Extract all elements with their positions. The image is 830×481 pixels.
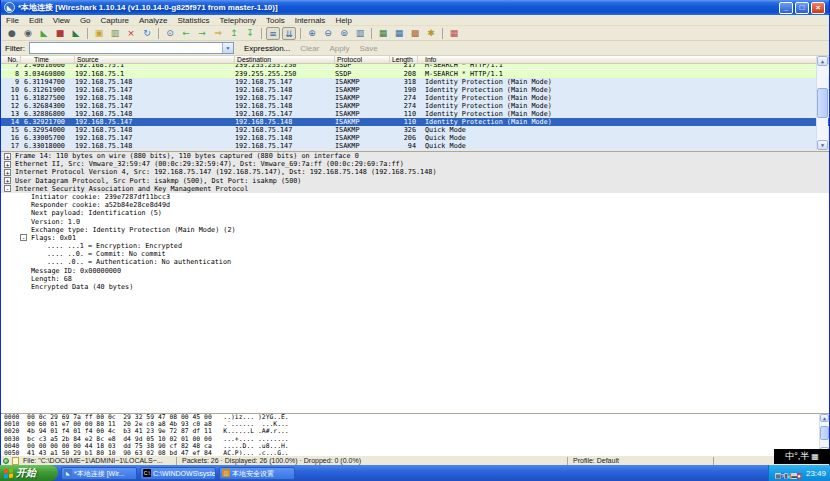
list-interfaces-icon[interactable]: ●	[5, 27, 19, 40]
go-to-packet-icon[interactable]: ⇒	[211, 27, 225, 40]
zoom-in-icon[interactable]: ⊕	[305, 27, 319, 40]
detail-row[interactable]: +User Datagram Protocol, Src Port: isakm…	[1, 177, 829, 185]
go-last-packet-icon[interactable]: ↧	[243, 27, 257, 40]
capture-comment-icon[interactable]	[12, 457, 19, 465]
restore-button[interactable]: □	[795, 2, 809, 14]
column-header-length[interactable]: Length	[390, 56, 418, 64]
capture-options-icon[interactable]: ◉	[21, 27, 35, 40]
menu-edit[interactable]: Edit	[24, 16, 48, 25]
detail-row[interactable]: Responder cookie: a52b84e28ce8d49d	[1, 201, 829, 209]
task-secpol-button[interactable]: ◫本地安全设置	[219, 467, 295, 480]
menu-analyze[interactable]: Analyze	[134, 16, 172, 25]
save-file-icon[interactable]: ▥	[108, 27, 122, 40]
coloring-rules-icon[interactable]: ▩	[408, 27, 422, 40]
start-button[interactable]: 开始	[0, 465, 58, 481]
detail-row[interactable]: Next payload: Identification (5)	[1, 209, 829, 217]
scroll-up-icon[interactable]: ▲	[817, 56, 828, 66]
resize-columns-icon[interactable]: ▥	[353, 27, 367, 40]
packet-row-9[interactable]: 96.31194700192.168.75.148192.168.75.147I…	[1, 78, 829, 86]
packet-row-14[interactable]: 146.32921700192.168.75.147192.168.75.148…	[1, 118, 829, 126]
task-cmd-button[interactable]: C:\C:\WINDOWS\syste...	[140, 467, 216, 480]
detail-row[interactable]: Length: 68	[1, 275, 829, 283]
packet-row-7[interactable]: 72.49010000192.168.75.1239.255.255.250SS…	[1, 64, 829, 69]
expression-button[interactable]: Expression...	[244, 44, 290, 53]
column-header-destination[interactable]: Destination	[235, 56, 335, 64]
minimize-button[interactable]: _	[779, 2, 793, 14]
column-header-source[interactable]: Source	[75, 56, 235, 64]
hex-lines[interactable]: 0000 00 0c 29 69 7a ff 00 0c 29 32 59 47…	[1, 414, 829, 455]
detail-row[interactable]: -Internet Security Association and Key M…	[1, 185, 829, 193]
detail-row[interactable]: .... ...1 = Encryption: Encrypted	[1, 242, 829, 250]
detail-row[interactable]: Message ID: 0x00000000	[1, 267, 829, 275]
packet-row-11[interactable]: 116.31827500192.168.75.148192.168.75.147…	[1, 94, 829, 102]
expand-icon[interactable]: +	[4, 169, 11, 176]
colorize-toggle-icon[interactable]: ≡	[266, 27, 280, 40]
detail-row[interactable]: .... ..0. = Commit: No commit	[1, 250, 829, 258]
packet-row-17[interactable]: 176.33018000192.168.75.148192.168.75.147…	[1, 142, 829, 150]
zoom-out-icon[interactable]: ⊖	[321, 27, 335, 40]
menu-help[interactable]: Help	[330, 16, 356, 25]
find-packet-icon[interactable]: ⊙	[163, 27, 177, 40]
stop-capture-icon[interactable]: ■	[53, 27, 67, 40]
start-capture-icon[interactable]: ◣	[37, 27, 51, 40]
filter-input[interactable]	[30, 43, 221, 53]
expert-info-icon[interactable]	[3, 458, 9, 464]
collapse-icon[interactable]: -	[20, 234, 27, 241]
expand-icon[interactable]: +	[4, 153, 11, 160]
open-file-icon[interactable]: ▣	[92, 27, 106, 40]
column-header-info[interactable]: Info	[418, 56, 829, 64]
ime-keyboard-icon[interactable]: ▦	[811, 449, 819, 464]
detail-row[interactable]: Exchange type: Identity Protection (Main…	[1, 226, 829, 234]
close-file-icon[interactable]: ×	[124, 27, 138, 40]
packet-row-13[interactable]: 136.32886800192.168.75.148192.168.75.147…	[1, 110, 829, 118]
collapse-icon[interactable]: -	[4, 185, 11, 192]
menu-view[interactable]: View	[48, 16, 75, 25]
ime-bar[interactable]: 中°,半 ▦	[774, 449, 830, 464]
autoscroll-toggle-icon[interactable]: ⇊	[282, 27, 296, 40]
help-icon[interactable]: ▦	[447, 27, 461, 40]
go-back-icon[interactable]: ←	[179, 27, 193, 40]
column-header-time[interactable]: Time	[21, 56, 75, 64]
detail-row[interactable]: Initiator cookie: 239e7287df11bcc3	[1, 193, 829, 201]
preferences-icon[interactable]: ✱	[424, 27, 438, 40]
expand-icon[interactable]: +	[4, 177, 11, 184]
scroll-thumb[interactable]	[820, 426, 829, 440]
detail-row[interactable]: Version: 1.0	[1, 218, 829, 226]
filter-dropdown-icon[interactable]: ▼	[222, 43, 233, 53]
go-forward-icon[interactable]: →	[195, 27, 209, 40]
packet-row-16[interactable]: 166.33005700192.168.75.147192.168.75.148…	[1, 134, 829, 142]
packet-row-12[interactable]: 126.32684300192.168.75.147192.168.75.148…	[1, 102, 829, 110]
ime-mode-label[interactable]: 中°,半	[785, 449, 809, 464]
scroll-down-icon[interactable]: ▼	[817, 140, 828, 150]
menu-capture[interactable]: Capture	[96, 16, 134, 25]
zoom-100-icon[interactable]: ⊚	[337, 27, 351, 40]
packet-list-scrollbar[interactable]: ▲ ▼	[816, 56, 828, 150]
restart-capture-icon[interactable]: ◣	[69, 27, 83, 40]
menu-go[interactable]: Go	[75, 16, 96, 25]
column-header-protocol[interactable]: Protocol	[335, 56, 390, 64]
titlebar[interactable]: ◣ *本地连接 [Wireshark 1.10.14 (v1.10.14-0-g…	[1, 0, 829, 15]
menu-file[interactable]: File	[1, 16, 24, 25]
menu-telephony[interactable]: Telephony	[215, 16, 261, 25]
detail-row[interactable]: +Internet Protocol Version 4, Src: 192.1…	[1, 168, 829, 176]
menu-internals[interactable]: Internals	[290, 16, 331, 25]
scroll-thumb[interactable]	[817, 88, 828, 118]
detail-row[interactable]: .... .0.. = Authentication: No authentic…	[1, 258, 829, 266]
menu-statistics[interactable]: Statistics	[173, 16, 215, 25]
detail-row[interactable]: Encrypted Data (40 bytes)	[1, 283, 829, 291]
detail-row[interactable]: +Ethernet II, Src: Vmware_32:59:47 (00:0…	[1, 160, 829, 168]
reload-icon[interactable]: ↻	[140, 27, 154, 40]
go-first-packet-icon[interactable]: ↥	[227, 27, 241, 40]
expand-icon[interactable]: +	[4, 161, 11, 168]
close-button[interactable]: ×	[811, 2, 825, 14]
menu-tools[interactable]: Tools	[261, 16, 290, 25]
filter-combo[interactable]: ▼	[29, 42, 234, 54]
column-header-no[interactable]: No.	[1, 56, 21, 64]
detail-row[interactable]: +Frame 14: 110 bytes on wire (880 bits),…	[1, 152, 829, 160]
detail-row[interactable]: -Flags: 0x01	[1, 234, 829, 242]
scroll-up-icon[interactable]: ▲	[820, 414, 829, 422]
tray-antivirus-icon[interactable]: ●	[797, 473, 801, 479]
packet-row-8[interactable]: 83.03469800192.168.75.1239.255.255.250SS…	[1, 70, 829, 78]
task-wireshark-button[interactable]: ◣*本地连接 [Wir...	[61, 467, 137, 480]
capture-filters-icon[interactable]: ▦	[376, 27, 390, 40]
